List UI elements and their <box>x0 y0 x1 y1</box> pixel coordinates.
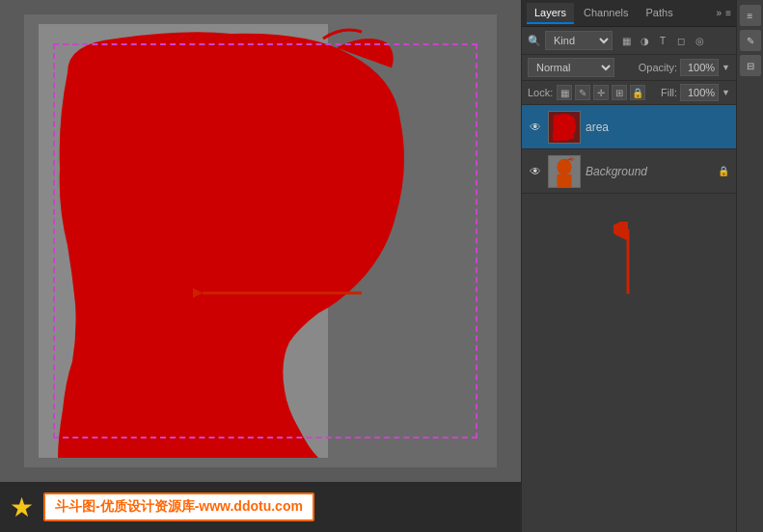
fill-input[interactable] <box>680 84 719 101</box>
kind-icons: ▦ ◑ T ◻ ◎ <box>618 33 707 48</box>
layer-thumb-area <box>548 111 581 144</box>
toolbar-icon-3[interactable]: ⊟ <box>740 55 761 76</box>
fill-group: Fill: ▼ <box>661 84 730 101</box>
arrow-up-panel <box>613 222 642 302</box>
canvas-image <box>39 24 482 458</box>
layer-name-area: area <box>586 120 730 134</box>
toolbar-icon-1[interactable]: ≡ <box>740 5 761 26</box>
search-icon: 🔍 <box>528 35 541 47</box>
blend-mode-select[interactable]: Normal Dissolve Multiply Screen Overlay <box>528 58 614 77</box>
lock-image-icon[interactable]: ✎ <box>575 85 590 100</box>
fill-chevron-icon[interactable]: ▼ <box>722 88 730 97</box>
menu-icon[interactable]: ≡ <box>725 8 731 18</box>
canvas-area <box>0 0 521 482</box>
layer-thumb-background <box>548 155 581 188</box>
tab-channels[interactable]: Channels <box>576 3 636 24</box>
toolbar-icon-2[interactable]: ✎ <box>740 30 761 51</box>
star-icon: ★ <box>10 492 34 523</box>
opacity-chevron-icon[interactable]: ▼ <box>722 63 730 72</box>
kind-select[interactable]: Kind Name Effect Mode Attribute Color <box>545 31 613 50</box>
smart-filter-icon[interactable]: ◎ <box>692 33 707 48</box>
svg-point-6 <box>557 158 571 174</box>
fill-label: Fill: <box>661 87 677 98</box>
layer-lock-background: 🔒 <box>717 165 730 178</box>
pixel-filter-icon[interactable]: ▦ <box>618 33 634 48</box>
toolbar-strip: ≡ ✎ ⊟ <box>736 0 763 532</box>
layer-item-background[interactable]: 👁 Background 🔒 <box>522 149 736 194</box>
layers-list: 👁 area 👁 <box>522 105 736 194</box>
blend-row: Normal Dissolve Multiply Screen Overlay … <box>522 55 736 81</box>
lock-all-icon[interactable]: 🔒 <box>630 85 645 100</box>
right-panel: Layers Channels Paths » ≡ 🔍 Kind Name Ef… <box>521 0 763 532</box>
tab-paths[interactable]: Paths <box>639 3 681 24</box>
panel-tabs: Layers Channels Paths » ≡ <box>522 0 736 27</box>
lock-position-icon[interactable]: ✛ <box>593 85 609 100</box>
kind-row: 🔍 Kind Name Effect Mode Attribute Color … <box>522 27 736 55</box>
watermark-bar: ★ 斗斗图-优质设计资源库-www.ddotu.com <box>0 482 521 532</box>
layer-visibility-background[interactable]: 👁 <box>528 164 543 179</box>
watermark-text: 斗斗图-优质设计资源库-www.ddotu.com <box>43 492 314 521</box>
svg-rect-7 <box>557 173 571 186</box>
shape-filter-icon[interactable]: ◻ <box>673 33 689 48</box>
tab-layers[interactable]: Layers <box>527 3 574 24</box>
adjustment-filter-icon[interactable]: ◑ <box>637 33 652 48</box>
layer-item-area[interactable]: 👁 area <box>522 105 736 149</box>
panel-tab-more: » ≡ <box>717 8 731 18</box>
layer-name-background: Background <box>586 165 712 178</box>
opacity-input[interactable] <box>680 59 719 76</box>
layers-panel: Layers Channels Paths » ≡ 🔍 Kind Name Ef… <box>522 0 736 532</box>
canvas-inner <box>24 14 497 467</box>
more-icon[interactable]: » <box>717 8 722 18</box>
layer-visibility-area[interactable]: 👁 <box>528 120 543 135</box>
red-silhouette <box>39 24 482 458</box>
lock-transparent-icon[interactable]: ▦ <box>557 85 572 100</box>
lock-icons: ▦ ✎ ✛ ⊞ 🔒 <box>557 85 645 100</box>
lock-artboard-icon[interactable]: ⊞ <box>612 85 627 100</box>
type-filter-icon[interactable]: T <box>655 33 670 48</box>
opacity-group: Opacity: ▼ <box>639 59 730 76</box>
lock-label: Lock: <box>528 87 553 98</box>
opacity-label: Opacity: <box>639 62 677 73</box>
lock-row: Lock: ▦ ✎ ✛ ⊞ 🔒 Fill: ▼ <box>522 81 736 105</box>
